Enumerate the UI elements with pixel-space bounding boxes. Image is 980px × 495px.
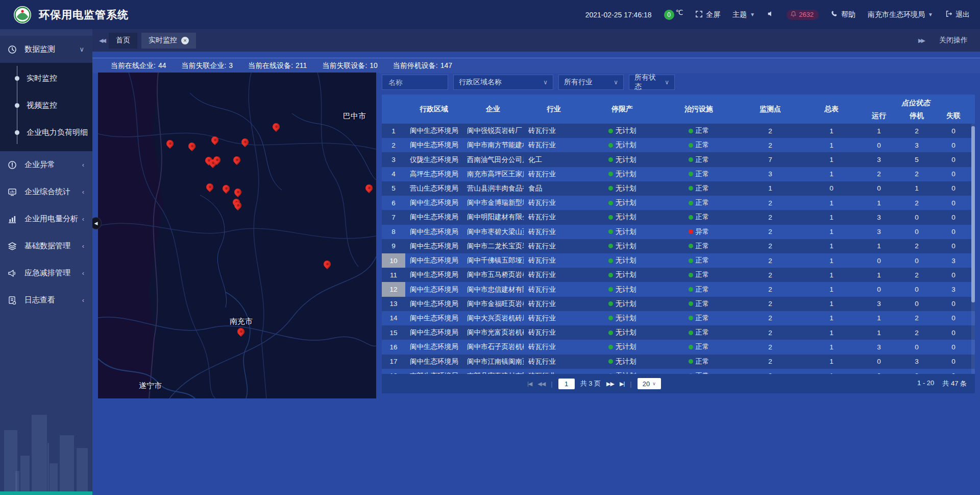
cell-run: 0: [860, 138, 898, 152]
tab-0[interactable]: 首页: [109, 33, 137, 49]
theme-dropdown[interactable]: 主题▼: [732, 10, 755, 19]
sidebar-group-5[interactable]: 应急减排管理‹: [0, 260, 92, 287]
org-dropdown[interactable]: 南充市生态环境局▼: [868, 10, 933, 19]
range-label: 1 - 20: [917, 379, 934, 388]
col-run: 运行: [860, 111, 898, 121]
table-row[interactable]: 3仪陇生态环境局西南油气田分公司川中化工无计划正常71350: [382, 152, 975, 167]
stat-label: 当前失联设备:: [322, 61, 367, 70]
table-row[interactable]: 5营山生态环境局营山县润丰肉食品有限食品无计划正常10010: [382, 181, 975, 196]
cell-facility-status: 正常: [660, 253, 737, 268]
sidebar-group-3[interactable]: 企业用电量分析‹: [0, 205, 92, 232]
sidebar-group-0[interactable]: 数据监测∨: [0, 36, 92, 63]
green-dot-icon: [608, 201, 613, 205]
cell-industry: 化工: [524, 152, 584, 167]
map-roads: [98, 73, 376, 398]
map-panel[interactable]: 巴中市南充市遂宁市: [98, 73, 376, 398]
cell-facility-status: 正常: [660, 340, 737, 354]
cell-region: 阆中生态环境局: [405, 297, 462, 311]
first-page-button[interactable]: |◀: [527, 381, 532, 387]
red-dot-icon: [689, 229, 693, 234]
prev-page-button[interactable]: ◀◀: [537, 381, 545, 387]
help-button[interactable]: 帮助: [831, 10, 855, 19]
col-down: 停机: [898, 111, 935, 121]
sound-mute-button[interactable]: [767, 10, 774, 19]
chevron-collapsed-icon: ‹: [82, 215, 84, 223]
page-size-select[interactable]: 20∨: [638, 378, 661, 389]
sidebar-item-0-2[interactable]: 企业电力负荷明细: [0, 119, 92, 146]
cell-points: 2: [737, 124, 803, 138]
table-row[interactable]: 1阆中生态环境局阆中强锐页岩砖厂砖瓦行业无计划正常21120: [382, 124, 975, 138]
table-row[interactable]: 9阆中生态环境局阆中市二龙长宝页岩砖砖瓦行业无计划正常21120: [382, 239, 975, 253]
table-row[interactable]: 15阆中生态环境局阆中市光富页岩机砖厂砖瓦行业无计划正常21120: [382, 325, 975, 340]
name-input[interactable]: [387, 78, 443, 87]
close-operations-button[interactable]: 关闭操作: [939, 36, 968, 45]
tabs-scroll-left-button[interactable]: ◀◀: [99, 37, 105, 44]
alert-icon: [0, 160, 24, 170]
table-row[interactable]: 12阆中生态环境局阆中市忠信建材有限公砖瓦行业无计划正常21003: [382, 282, 975, 296]
table-row[interactable]: 17阆中生态环境局阆中市江南镇阆南页岩砖瓦行业无计划正常21030: [382, 355, 975, 369]
cell-down: 1: [898, 181, 935, 196]
cell-points: 2: [737, 311, 803, 325]
tabs-scroll-right-button[interactable]: ▶▶: [918, 37, 924, 44]
cell-down: 2: [898, 268, 935, 282]
next-page-button[interactable]: ▶▶: [606, 381, 614, 387]
cell-stop-status: 无计划: [584, 311, 660, 325]
cell-points: 2: [737, 210, 803, 224]
row-index: 15: [382, 325, 405, 340]
status-filter-select[interactable]: 所有状态∨: [629, 75, 675, 90]
chevron-down-icon: ∨: [536, 79, 548, 86]
cell-run: 1: [860, 124, 898, 138]
sidebar-group-4[interactable]: 基础数据管理‹: [0, 232, 92, 260]
logout-button[interactable]: 退出: [945, 10, 970, 19]
page-number-input[interactable]: 1: [558, 379, 575, 389]
cell-points: 7: [737, 152, 803, 167]
cell-company: 南充市高坪区王家店建: [462, 167, 524, 181]
cell-points: 2: [737, 282, 803, 296]
stat-value: 3: [229, 61, 233, 70]
table-row[interactable]: 6阆中生态环境局阆中市金博瑞新型墙材砖瓦行业无计划正常21120: [382, 196, 975, 210]
sidebar-group-1[interactable]: 企业异常‹: [0, 151, 92, 178]
sidebar-item-0-1[interactable]: 视频监控: [0, 92, 92, 119]
table-row[interactable]: 2阆中生态环境局阆中市南方节能建材有砖瓦行业无计划正常21030: [382, 138, 975, 152]
table-row[interactable]: 11阆中生态环境局阆中市五马桥页岩机砖砖瓦行业无计划正常21120: [382, 268, 975, 282]
table-row[interactable]: 8阆中生态环境局阆中市枣碧大梁山页岩砖瓦行业无计划异常21300: [382, 225, 975, 239]
name-filter-input[interactable]: [382, 75, 448, 90]
cell-stop-status: 无计划: [584, 369, 660, 374]
cell-company: 阆中市石子页岩机砖厂: [462, 340, 524, 354]
table-row[interactable]: 14阆中生态环境局阆中大兴页岩机砖厂砖瓦行业无计划正常21120: [382, 311, 975, 325]
tab-1[interactable]: 实时监控×: [141, 33, 196, 49]
cell-facility-status: 正常: [660, 196, 737, 210]
scrollbar-thumb[interactable]: [971, 126, 975, 302]
table-scrollbar[interactable]: [971, 124, 975, 374]
cell-run: 3: [860, 297, 898, 311]
cell-down: 0: [898, 340, 935, 354]
table-row[interactable]: 10阆中生态环境局阆中千佛镇五郎垭页岩砖瓦行业无计划正常21003: [382, 253, 975, 268]
table-row[interactable]: 18南部生态环境局南部县宏泰建材有限公砖瓦行业无计划正常21030: [382, 369, 975, 374]
green-dot-icon: [608, 157, 613, 162]
cell-region: 仪陇生态环境局: [405, 152, 462, 167]
table-row[interactable]: 4高坪生态环境局南充市高坪区王家店建砖瓦行业无计划正常31220: [382, 167, 975, 181]
cell-meter: 1: [803, 225, 860, 239]
sidebar-group-2[interactable]: 企业综合统计‹: [0, 178, 92, 205]
col-lost: 失联: [935, 111, 972, 121]
sidebar-item-0-0[interactable]: 实时监控: [0, 65, 92, 92]
green-dot-icon: [689, 215, 693, 220]
notification-badge[interactable]: 2632: [787, 10, 819, 20]
cell-company: 阆中市枣碧大梁山页岩: [462, 225, 524, 239]
cell-industry: 砖瓦行业: [524, 196, 584, 210]
cell-points: 2: [737, 340, 803, 354]
last-page-button[interactable]: ▶|: [620, 381, 624, 387]
region-filter-select[interactable]: 行政区域名称∨: [453, 75, 553, 90]
row-index: 8: [382, 225, 405, 239]
table-row[interactable]: 16阆中生态环境局阆中市石子页岩机砖厂砖瓦行业无计划正常21300: [382, 340, 975, 354]
sidebar-group-6[interactable]: 日志查看‹: [0, 287, 92, 314]
industry-filter-select[interactable]: 所有行业∨: [558, 75, 624, 90]
cell-company: 南部县宏泰建材有限公: [462, 369, 524, 374]
table-row[interactable]: 7阆中生态环境局阆中明阳建材有限公司砖瓦行业无计划正常21300: [382, 210, 975, 224]
green-dot-icon: [689, 359, 693, 364]
sidebar-group-label: 企业综合统计: [24, 187, 70, 197]
cell-company: 阆中千佛镇五郎垭页岩: [462, 253, 524, 268]
fullscreen-button[interactable]: 全屏: [695, 10, 720, 19]
close-icon[interactable]: ×: [181, 37, 189, 44]
table-row[interactable]: 13阆中生态环境局阆中市金福旺页岩机砖砖瓦行业无计划正常21300: [382, 297, 975, 311]
